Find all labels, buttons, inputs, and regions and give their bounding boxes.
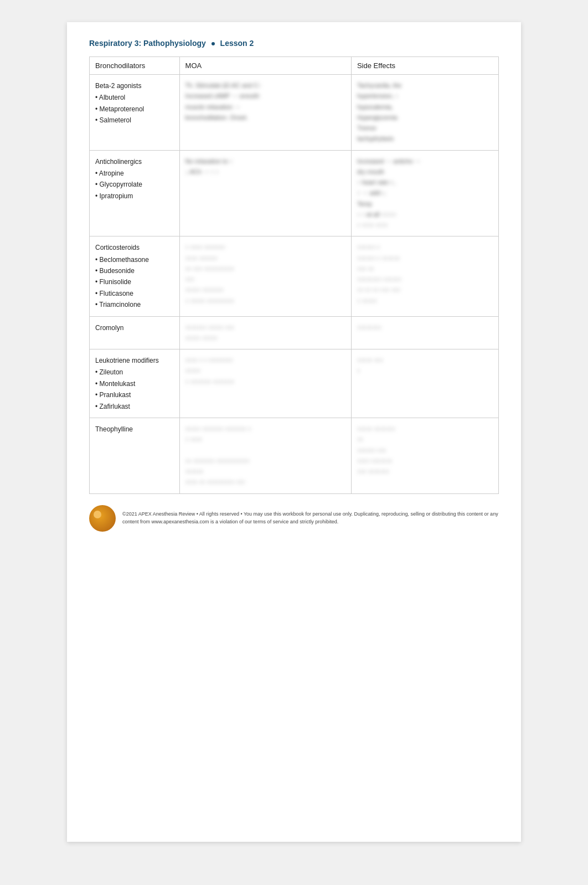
- col-header-moa: MOA: [179, 57, 351, 75]
- drug-bullet: • Atropine: [95, 168, 174, 179]
- moa-cell: ↑↑↑↑↑↑↑ ↑↑↑↑↑ ↑↑↑↑↑↑↑↑ ↑↑↑↑↑: [179, 316, 351, 349]
- side-effects-cell: ↑↑↑↑↑ ↑↑↑↑: [351, 349, 498, 418]
- drug-bullet: • Beclomethasone: [95, 254, 174, 265]
- main-table: Bronchodilators MOA Side Effects Beta-2 …: [89, 56, 499, 494]
- drug-bullet: • Flunisolide: [95, 276, 174, 287]
- title-prefix: Respiratory 3: Pathophysiology: [89, 39, 206, 48]
- page: Respiratory 3: Pathophysiology Lesson 2 …: [67, 22, 521, 842]
- table-row: Theophylline↑↑↑↑↑ ↑↑↑↑↑↑↑ ↑↑↑↑↑↑↑ ↑↑ ↑↑↑…: [90, 418, 499, 494]
- moa-cell: ↑ ↑↑↑↑ ↑↑↑↑↑↑↑↑↑↑↑ ↑↑↑↑↑↑↑↑ ↑↑↑ ↑↑↑↑↑↑↑↑…: [179, 236, 351, 316]
- page-title: Respiratory 3: Pathophysiology Lesson 2: [89, 39, 499, 48]
- moa-cell: Th. Stimulate β2-AC and C↑Increased cAMP…: [179, 75, 351, 151]
- title-bullet: [212, 42, 215, 45]
- drug-bullet: • Glycopyrrolate: [95, 179, 174, 190]
- table-row: Beta-2 agonists• Albuterol• Metaproteren…: [90, 75, 499, 151]
- moa-blurred: ↑↑↑↑ ↑ ↑ ↑↑↑↑↑↑↑↑↑↑↑↑↑↑ ↑↑↑↑↑↑↑ ↑↑↑↑↑↑↑: [185, 355, 345, 387]
- drug-name: Theophylline: [95, 424, 174, 435]
- drug-bullet: • Zileuton: [95, 367, 174, 378]
- table-row: Leukotriene modifiers• Zileuton• Montelu…: [90, 349, 499, 418]
- se-blurred: ↑↑↑↑↑↑ ↑↑↑↑↑↑↑ ↑ ↑↑↑↑↑↑↑↑↑ ↑↑↑↑↑↑↑↑↑↑ ↑↑…: [357, 242, 493, 306]
- drug-cell: Beta-2 agonists• Albuterol• Metaproteren…: [90, 75, 180, 151]
- drug-name: Anticholinergics: [95, 156, 174, 167]
- drug-bullet: • Fluticasone: [95, 288, 174, 299]
- moa-blurred: Th. Stimulate β2-AC and C↑Increased cAMP…: [185, 80, 345, 123]
- drug-cell: Theophylline: [90, 418, 180, 494]
- drug-bullet: • Triamcinolone: [95, 299, 174, 310]
- drug-name: Cromolyn: [95, 322, 174, 333]
- drug-bullet: • Pranlukast: [95, 389, 174, 400]
- drug-cell: Corticosteroids• Beclomethasone• Budeson…: [90, 236, 180, 316]
- drug-name: Beta-2 agonists: [95, 80, 174, 91]
- moa-blurred: ↑↑↑↑↑ ↑↑↑↑↑↑↑ ↑↑↑↑↑↑↑ ↑↑ ↑↑↑↑ ↑↑ ↑↑↑↑↑↑↑…: [185, 424, 345, 488]
- moa-blurred: ↑↑↑↑↑↑↑ ↑↑↑↑↑ ↑↑↑↑↑↑↑↑ ↑↑↑↑↑: [185, 322, 345, 344]
- side-effects-cell: Increased → anticho →dry mouth↑ heart ra…: [351, 150, 498, 236]
- footer: ©2021 APEX Anesthesia Review • All right…: [89, 505, 499, 532]
- side-effects-cell: ↑↑↑↑↑↑ ↑↑↑↑↑↑↑ ↑ ↑↑↑↑↑↑↑↑↑ ↑↑↑↑↑↑↑↑↑↑ ↑↑…: [351, 236, 498, 316]
- drug-bullet: • Albuterol: [95, 92, 174, 103]
- drug-bullet: • Ipratropium: [95, 191, 174, 202]
- footer-logo: [89, 505, 116, 532]
- footer-text: ©2021 APEX Anesthesia Review • All right…: [122, 511, 499, 526]
- drug-name: Leukotriene modifiers: [95, 355, 174, 366]
- se-blurred: ↑↑↑↑↑ ↑↑↑↑↑↑↑↑↑↑↑↑↑↑↑ ↑↑↑↑↑↑↑ ↑↑↑↑↑↑↑↑↑↑…: [357, 424, 493, 477]
- moa-cell: ↑↑↑↑ ↑ ↑ ↑↑↑↑↑↑↑↑↑↑↑↑↑↑ ↑↑↑↑↑↑↑ ↑↑↑↑↑↑↑: [179, 349, 351, 418]
- drug-bullet: • Budesonide: [95, 265, 174, 276]
- drug-bullet: • Salmeterol: [95, 115, 174, 126]
- table-row: Cromolyn↑↑↑↑↑↑↑ ↑↑↑↑↑ ↑↑↑↑↑↑↑↑ ↑↑↑↑↑↑↑↑↑…: [90, 316, 499, 349]
- side-effects-cell: ↑↑↑↑↑↑↑↑: [351, 316, 498, 349]
- side-effects-cell: Tachycardia, thehypertension, ↑hypocalem…: [351, 75, 498, 151]
- drug-bullet: • Metaproterenol: [95, 104, 174, 115]
- se-blurred: ↑↑↑↑↑↑↑↑: [357, 322, 493, 333]
- table-row: Anticholinergics• Atropine• Glycopyrrola…: [90, 150, 499, 236]
- col-header-side-effects: Side Effects: [351, 57, 498, 75]
- se-blurred: ↑↑↑↑↑ ↑↑↑↑: [357, 355, 493, 377]
- moa-blurred: ↑ ↑↑↑↑ ↑↑↑↑↑↑↑↑↑↑↑ ↑↑↑↑↑↑↑↑ ↑↑↑ ↑↑↑↑↑↑↑↑…: [185, 242, 345, 306]
- drug-bullet: • Montelukast: [95, 378, 174, 389]
- drug-cell: Cromolyn: [90, 316, 180, 349]
- moa-cell: ↑↑↑↑↑ ↑↑↑↑↑↑↑ ↑↑↑↑↑↑↑ ↑↑ ↑↑↑↑ ↑↑ ↑↑↑↑↑↑↑…: [179, 418, 351, 494]
- drug-cell: Leukotriene modifiers• Zileuton• Montelu…: [90, 349, 180, 418]
- title-suffix: Lesson 2: [220, 39, 254, 48]
- side-effects-cell: ↑↑↑↑↑ ↑↑↑↑↑↑↑↑↑↑↑↑↑↑↑ ↑↑↑↑↑↑↑ ↑↑↑↑↑↑↑↑↑↑…: [351, 418, 498, 494]
- se-blurred: Tachycardia, thehypertension, ↑hypocalem…: [357, 80, 493, 145]
- table-row: Corticosteroids• Beclomethasone• Budeson…: [90, 236, 499, 316]
- moa-cell: No relaxation to ↑↓ ACh → ↑ ↑: [179, 150, 351, 236]
- drug-name: Corticosteroids: [95, 242, 174, 253]
- col-header-bronchodilators: Bronchodilators: [90, 57, 180, 75]
- drug-cell: Anticholinergics• Atropine• Glycopyrrola…: [90, 150, 180, 236]
- moa-blurred: No relaxation to ↑↓ ACh → ↑ ↑: [185, 156, 345, 178]
- drug-bullet: • Zafirlukast: [95, 401, 174, 412]
- se-blurred: Increased → anticho →dry mouth↑ heart ra…: [357, 156, 493, 231]
